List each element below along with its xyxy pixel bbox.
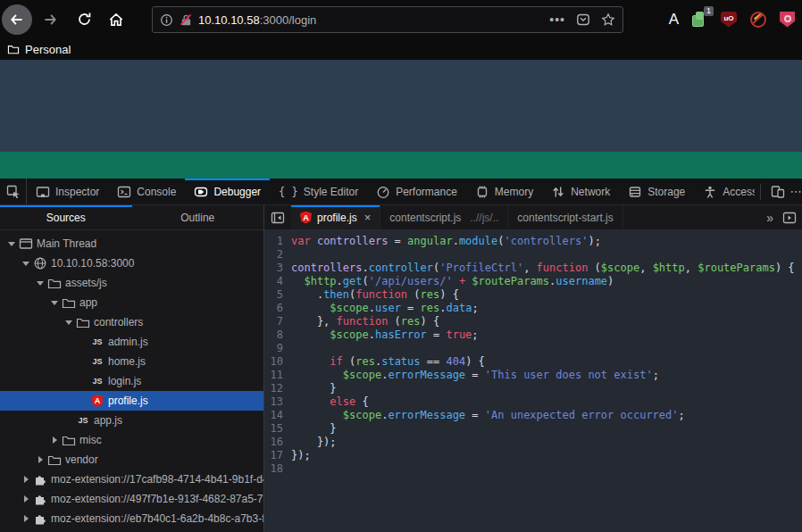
line-number[interactable]: 12 (264, 382, 291, 395)
browser-window: 10.10.10.58:3000/login ••• A 1 uO (0, 0, 802, 532)
editor-tab-contentscript.js[interactable]: contentscript.js..//js/.. (380, 205, 508, 229)
js-toggle-icon[interactable] (750, 12, 766, 28)
line-number[interactable]: 18 (264, 462, 291, 476)
bookmark-star-icon[interactable] (601, 12, 615, 27)
extension-a-icon[interactable]: A (669, 11, 679, 29)
tree-item-admin.js[interactable]: JSadmin.js (0, 332, 263, 352)
style-editor-icon: { } (279, 186, 298, 198)
code-line: 9 (264, 342, 802, 355)
line-number[interactable]: 15 (264, 422, 291, 436)
more-tabs-icon[interactable]: » (766, 211, 772, 225)
tree-item-login.js[interactable]: JSlogin.js (0, 371, 263, 391)
line-number[interactable]: 7 (264, 315, 291, 328)
code-line-text: .then(function (res) { (291, 288, 459, 302)
line-number[interactable]: 5 (264, 288, 291, 302)
devtools-tab-debugger[interactable]: Debugger (185, 179, 270, 204)
tree-item-moz-extension-eb7b40c1-6a2b-4b8c-a7b3-fa[interactable]: moz-extension://eb7b40c1-6a2b-4b8c-a7b3-… (0, 509, 263, 528)
line-number[interactable]: 13 (264, 395, 291, 409)
line-number[interactable]: 16 (264, 436, 291, 449)
expand-panes-icon[interactable] (782, 211, 797, 225)
puzzle-icon (32, 492, 48, 506)
line-number[interactable]: 9 (264, 342, 291, 355)
tree-item-profile.js[interactable]: Aprofile.js (0, 391, 263, 411)
tree-expand-arrow-icon[interactable] (20, 262, 32, 266)
tree-item-app.js[interactable]: JSapp.js (0, 411, 263, 430)
devtools-tab-label: Performance (396, 186, 457, 198)
tree-expand-arrow-icon[interactable] (5, 242, 18, 246)
tree-item-label: home.js (108, 355, 146, 368)
line-number[interactable]: 17 (264, 449, 291, 462)
tree-item-10.10.10.58-3000[interactable]: 10.10.10.58:3000 (0, 254, 263, 273)
tree-expand-arrow-icon[interactable] (20, 515, 32, 522)
tree-item-misc[interactable]: misc (0, 430, 263, 450)
panel-tab-sources[interactable]: Sources (0, 205, 132, 229)
reload-button[interactable] (71, 7, 96, 32)
code-line: 14 $scope.errorMessage = 'An unexpected … (264, 409, 802, 422)
home-button[interactable] (104, 7, 129, 32)
close-tab-icon[interactable]: × (364, 211, 372, 224)
insecure-lock-icon[interactable] (180, 13, 193, 27)
devtools-tab-style-editor[interactable]: { }Style Editor (270, 179, 367, 204)
url-bar[interactable]: 10.10.10.58:3000/login ••• (152, 6, 623, 33)
forward-button[interactable] (38, 7, 63, 32)
pick-element-icon[interactable] (0, 179, 27, 204)
devtools-tab-inspector[interactable]: Inspector (27, 179, 108, 204)
url-path: :3000/login (260, 13, 317, 27)
url-host: 10.10.10.58 (198, 13, 260, 27)
site-info-icon[interactable] (160, 13, 173, 27)
panel-tab-outline[interactable]: Outline (132, 205, 264, 229)
devtools-tab-network[interactable]: Network (542, 179, 619, 204)
pocket-icon[interactable] (576, 12, 590, 27)
responsive-design-icon[interactable] (766, 179, 789, 204)
ublock-icon[interactable]: uO (721, 12, 737, 28)
code-editor[interactable]: 1var controllers = angular.module('contr… (264, 230, 802, 532)
devtools-tab-accessibility[interactable]: Accessibility (694, 179, 755, 204)
line-number[interactable]: 4 (264, 275, 291, 288)
shield-extension-icon[interactable] (780, 12, 795, 28)
devtools-tab-performance[interactable]: Performance (367, 179, 466, 204)
line-number[interactable]: 6 (264, 302, 291, 315)
tree-item-home.js[interactable]: JShome.js (0, 352, 263, 371)
console-icon (117, 185, 131, 199)
devtools-tab-label: Memory (495, 186, 533, 198)
tree-item-app[interactable]: app (0, 293, 263, 312)
tree-expand-arrow-icon[interactable] (20, 476, 32, 483)
tree-item-main-thread[interactable]: Main Thread (0, 234, 263, 254)
devtools-tab-console[interactable]: Console (108, 179, 185, 204)
line-number[interactable]: 2 (264, 248, 291, 262)
editor-tab-profile.js[interactable]: Aprofile.js× (291, 205, 380, 229)
tree-item-controllers[interactable]: controllers (0, 312, 263, 332)
line-number[interactable]: 11 (264, 369, 291, 382)
extension-green-icon[interactable]: 1 (692, 12, 707, 27)
tree-expand-arrow-icon[interactable] (34, 456, 46, 463)
line-number[interactable]: 14 (264, 409, 291, 422)
back-button[interactable] (2, 4, 32, 35)
code-line: 3controllers.controller('ProfileCtrl', f… (264, 262, 802, 275)
tree-expand-arrow-icon[interactable] (20, 495, 32, 503)
line-number[interactable]: 3 (264, 262, 291, 275)
devtools-menu-icon[interactable]: ⋯ (789, 179, 802, 204)
tree-item-moz-extension-17cafb98-4714-4b41-9b1f-d4[interactable]: moz-extension://17cafb98-4714-4b41-9b1f-… (0, 470, 263, 489)
tree-item-label: profile.js (108, 395, 148, 407)
line-number[interactable]: 10 (264, 355, 291, 369)
tree-expand-arrow-icon[interactable] (48, 436, 61, 444)
tree-item-moz-extension-497f7b1e-913f-4682-87a5-75[interactable]: moz-extension://497f7b1e-913f-4682-87a5-… (0, 489, 263, 509)
line-number[interactable]: 8 (264, 328, 291, 342)
tree-expand-arrow-icon[interactable] (63, 320, 75, 325)
collapse-sources-panel-icon[interactable] (264, 205, 291, 229)
page-green-bar (0, 152, 802, 179)
page-actions-icon[interactable]: ••• (549, 12, 565, 27)
devtools-tab-label: Storage (647, 186, 685, 198)
bookmarks-folder-personal[interactable]: Personal (25, 43, 71, 56)
puzzle-icon (32, 511, 48, 526)
line-number[interactable]: 1 (264, 235, 291, 248)
code-line-text: }); (291, 449, 311, 462)
tree-expand-arrow-icon[interactable] (48, 301, 61, 305)
tree-item-vendor[interactable]: vendor (0, 450, 263, 470)
editor-tab-label: profile.js (317, 212, 357, 224)
editor-tab-contentscript-start.js[interactable]: contentscript-start.js (508, 205, 622, 229)
tree-item-assets-js[interactable]: assets/js (0, 273, 263, 293)
devtools-tab-storage[interactable]: Storage (619, 179, 694, 204)
tree-expand-arrow-icon[interactable] (34, 281, 46, 286)
devtools-tab-memory[interactable]: Memory (466, 179, 542, 204)
